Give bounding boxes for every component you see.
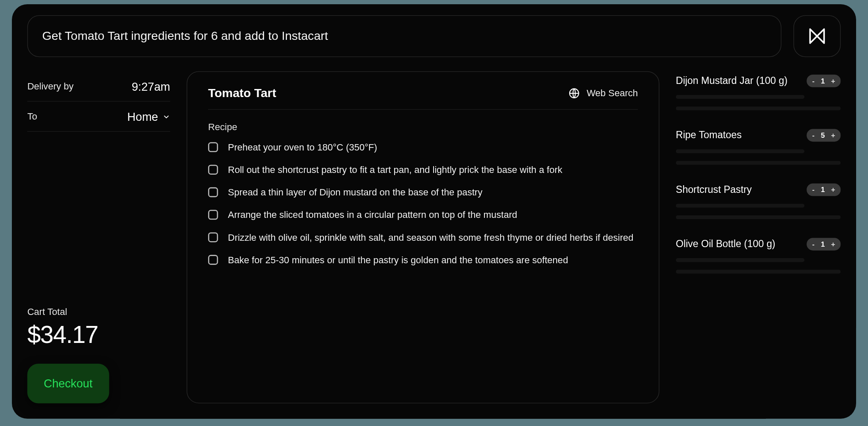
qty-decrement[interactable]: - [812,186,815,194]
web-search-label: Web Search [587,88,638,99]
ingredient-name: Shortcrust Pastry [676,184,752,195]
ingredient-item: Olive Oil Bottle (100 g) - 1 + [676,238,841,273]
quantity-stepper[interactable]: - 5 + [807,129,840,142]
step-checkbox[interactable] [208,165,218,175]
app-window: Get Tomato Tart ingredients for 6 and ad… [12,4,856,419]
cart-total-label: Cart Total [27,306,170,317]
main-row: Delivery by 9:27am To Home Cart Total $3… [27,71,840,403]
step-checkbox[interactable] [208,187,218,197]
qty-decrement[interactable]: - [812,131,815,139]
web-search-button[interactable]: Web Search [568,87,638,100]
ingredient-name: Olive Oil Bottle (100 g) [676,238,776,250]
qty-increment[interactable]: + [831,77,835,85]
ingredients-column: Dijon Mustard Jar (100 g) - 1 + Ripe Tom… [676,71,841,403]
prompt-input[interactable]: Get Tomato Tart ingredients for 6 and ad… [27,15,781,57]
to-value: Home [127,110,158,123]
qty-value: 1 [820,240,826,248]
step-checkbox[interactable] [208,142,218,152]
recipe-step: Drizzle with olive oil, sprinkle with sa… [208,232,638,245]
bowtie-logo-icon [808,27,826,45]
skeleton-line [676,106,841,110]
ingredient-item: Ripe Tomatoes - 5 + [676,129,841,164]
step-checkbox[interactable] [208,232,218,242]
step-checkbox[interactable] [208,210,218,220]
to-value-dropdown[interactable]: Home [127,110,170,123]
ingredient-name: Dijon Mustard Jar (100 g) [676,75,787,86]
skeleton-line [676,95,804,99]
step-text: Bake for 25-30 minutes or until the past… [228,254,568,267]
quantity-stepper[interactable]: - 1 + [807,184,840,196]
globe-icon [568,87,580,100]
cart-total-value: $34.17 [27,321,170,348]
quantity-stepper[interactable]: - 1 + [807,75,840,87]
qty-value: 5 [820,131,826,139]
step-text: Spread a thin layer of Dijon mustard on … [228,187,482,199]
qty-value: 1 [820,77,826,85]
to-label: To [27,111,37,123]
recipe-title: Tomato Tart [208,86,276,100]
recipe-panel-header: Tomato Tart Web Search [208,86,638,110]
step-text: Arrange the sliced tomatoes in a circula… [228,209,517,222]
qty-increment[interactable]: + [831,186,835,194]
recipe-section-label: Recipe [208,122,638,133]
delivery-time: 9:27am [132,80,170,93]
skeleton-line [676,270,841,273]
recipe-step: Preheat your oven to 180°C (350°F) [208,142,638,154]
ingredient-item: Dijon Mustard Jar (100 g) - 1 + [676,75,841,110]
ingredient-name: Ripe Tomatoes [676,130,742,141]
recipe-panel: Tomato Tart Web Search Recipe Preheat yo… [186,71,659,403]
qty-increment[interactable]: + [831,240,835,248]
step-checkbox[interactable] [208,255,218,265]
skeleton-line [676,215,841,219]
recipe-step: Roll out the shortcrust pastry to fit a … [208,164,638,177]
quantity-stepper[interactable]: - 1 + [807,238,840,251]
qty-value: 1 [820,186,826,194]
delivery-label: Delivery by [27,81,73,92]
qty-increment[interactable]: + [831,131,835,139]
recipe-steps: Preheat your oven to 180°C (350°F) Roll … [208,142,638,267]
skeleton-line [676,161,841,165]
step-text: Roll out the shortcrust pastry to fit a … [228,164,562,177]
app-logo-button[interactable] [793,15,841,57]
chevron-down-icon [162,110,170,123]
recipe-step: Bake for 25-30 minutes or until the past… [208,254,638,267]
checkout-button[interactable]: Checkout [27,364,109,403]
step-text: Preheat your oven to 180°C (350°F) [228,142,377,154]
recipe-step: Spread a thin layer of Dijon mustard on … [208,187,638,199]
left-column: Delivery by 9:27am To Home Cart Total $3… [27,71,170,403]
qty-decrement[interactable]: - [812,77,815,85]
header-row: Get Tomato Tart ingredients for 6 and ad… [27,15,840,57]
delivery-row: Delivery by 9:27am [27,71,170,101]
qty-decrement[interactable]: - [812,240,815,248]
prompt-text: Get Tomato Tart ingredients for 6 and ad… [42,29,328,43]
ingredient-item: Shortcrust Pastry - 1 + [676,184,841,219]
skeleton-line [676,149,804,153]
skeleton-line [676,258,804,262]
recipe-step: Arrange the sliced tomatoes in a circula… [208,209,638,222]
skeleton-line [676,204,804,208]
destination-row[interactable]: To Home [27,102,170,132]
step-text: Drizzle with olive oil, sprinkle with sa… [228,232,634,245]
